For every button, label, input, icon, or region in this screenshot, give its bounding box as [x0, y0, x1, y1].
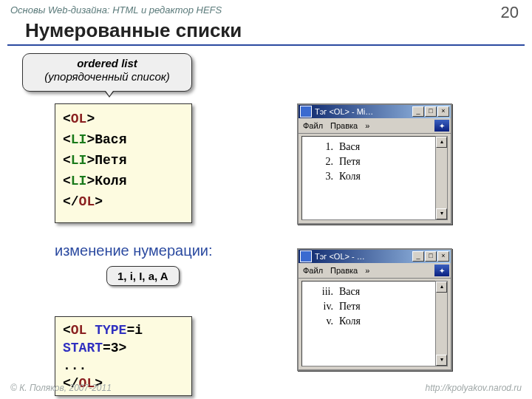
- window-menubar: Файл Правка » ✦: [299, 118, 451, 134]
- footer-copyright: © К. Поляков, 2007-2011: [10, 383, 112, 393]
- type-options-chip: 1, i, I, a, A: [106, 266, 180, 286]
- bubble-tail: [102, 86, 117, 96]
- list-item: 1.Вася: [307, 140, 431, 154]
- menu-file[interactable]: Файл: [303, 266, 323, 275]
- list-item: iv.Петя: [307, 299, 431, 314]
- browser-window-1: Тэг <OL> - Mi… _ □ × Файл Правка » ✦ 1.В…: [297, 103, 452, 225]
- ie-logo-icon: ✦: [434, 265, 449, 276]
- scroll-down-icon[interactable]: ▾: [436, 355, 447, 366]
- window-content: 1.Вася 2.Петя 3.Коля: [301, 136, 436, 220]
- list-item: 2.Петя: [307, 154, 431, 169]
- menu-more-icon[interactable]: »: [365, 266, 369, 275]
- window-titlebar: Тэг <OL> - Mi… _ □ ×: [299, 105, 451, 118]
- window-title: Тэг <OL> - …: [315, 252, 412, 261]
- scroll-down-icon[interactable]: ▾: [436, 208, 447, 219]
- bubble-line2: (упорядоченный список): [23, 70, 191, 83]
- close-button[interactable]: ×: [437, 251, 449, 262]
- title-underline: [7, 44, 525, 46]
- menu-more-icon[interactable]: »: [365, 121, 369, 130]
- breadcrumb: Основы Web-дизайна: HTML и редактор HEFS: [10, 4, 222, 16]
- ie-logo-icon: ✦: [434, 120, 449, 132]
- page-number: 20: [501, 3, 519, 22]
- menu-edit[interactable]: Правка: [330, 266, 358, 275]
- scroll-up-icon[interactable]: ▴: [436, 282, 447, 293]
- code-block-1: <OL> <LI>Вася <LI>Петя <LI>Коля </OL>: [55, 103, 192, 223]
- maximize-button[interactable]: □: [425, 251, 437, 262]
- list-item: 3.Коля: [307, 169, 431, 184]
- browser-window-2: Тэг <OL> - … _ □ × Файл Правка » ✦ iii.В…: [297, 248, 452, 371]
- window-title: Тэг <OL> - Mi…: [315, 107, 412, 116]
- scroll-up-icon[interactable]: ▴: [436, 137, 447, 148]
- list-item: iii.Вася: [307, 284, 431, 299]
- window-menubar: Файл Правка » ✦: [299, 263, 451, 279]
- close-button[interactable]: ×: [437, 106, 449, 117]
- bubble-line1: ordered list: [23, 57, 191, 70]
- footer-url: http://kpolyakov.narod.ru: [425, 383, 522, 393]
- window-content: iii.Вася iv.Петя v.Коля: [301, 281, 436, 366]
- maximize-button[interactable]: □: [425, 106, 437, 117]
- app-icon: [300, 106, 312, 117]
- app-icon: [300, 250, 312, 262]
- window-titlebar: Тэг <OL> - … _ □ ×: [299, 250, 451, 263]
- menu-file[interactable]: Файл: [303, 121, 323, 130]
- menu-edit[interactable]: Правка: [330, 121, 358, 130]
- scrollbar[interactable]: ▴ ▾: [435, 281, 448, 366]
- minimize-button[interactable]: _: [412, 251, 424, 262]
- minimize-button[interactable]: _: [412, 106, 424, 117]
- list-item: v.Коля: [307, 314, 431, 329]
- scrollbar[interactable]: ▴ ▾: [435, 136, 448, 220]
- subheading: изменение нумерации:: [55, 242, 213, 259]
- page-title: Нумерованные списки: [25, 19, 242, 42]
